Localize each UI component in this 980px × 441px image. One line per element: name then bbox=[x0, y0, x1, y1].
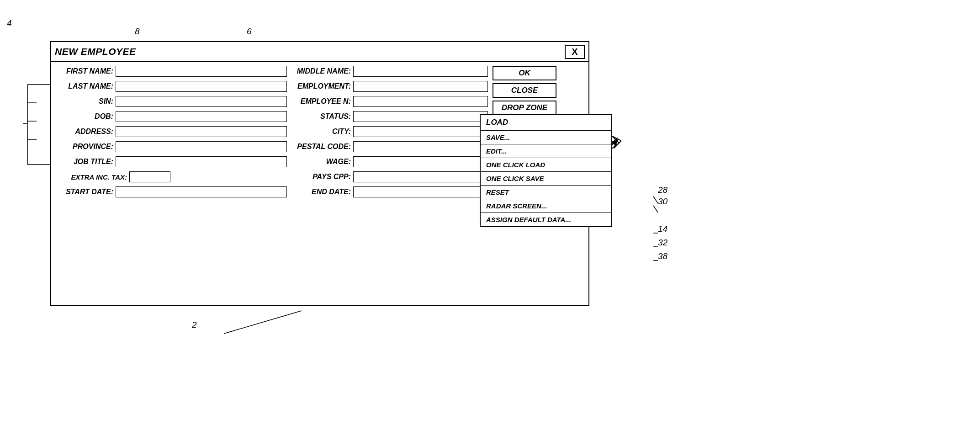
city-label: CITY: bbox=[291, 128, 351, 136]
form-title-bar: NEW EMPLOYEE X bbox=[51, 42, 588, 62]
sin-row: SIN: bbox=[54, 96, 287, 107]
form-right-column: MIDDLE NAME: EMPLOYMENT: EMPLOYEE N: STA… bbox=[291, 66, 493, 202]
end-date-row: END DATE: bbox=[291, 186, 488, 197]
employment-label: EMPLOYMENT: bbox=[291, 82, 351, 90]
address-row: ADDRESS: bbox=[54, 126, 287, 137]
ann-30: 30 bbox=[658, 197, 667, 207]
pestal-code-row: PESTAL CODE: bbox=[291, 141, 488, 152]
outer-container: 8 6 10 12 4 2 28 30 14 32 38 NEW EMPLOYE… bbox=[23, 23, 731, 343]
middle-name-label: MIDDLE NAME: bbox=[291, 67, 351, 75]
close-button[interactable]: CLOSE bbox=[493, 83, 556, 98]
diagram-layout: 8 6 10 12 4 2 28 30 14 32 38 NEW EMPLOYE… bbox=[23, 23, 980, 343]
ann-2: 2 bbox=[192, 320, 197, 330]
city-input[interactable] bbox=[353, 126, 488, 137]
employee-n-input[interactable] bbox=[353, 96, 488, 107]
last-name-label: LAST NAME: bbox=[54, 82, 113, 90]
start-date-label: START DATE: bbox=[54, 188, 113, 196]
dropdown-menu-panel: LOAD SAVE... EDIT... ONE CLICK LOAD ONE … bbox=[480, 114, 612, 227]
dropdown-edit-item[interactable]: EDIT... bbox=[481, 144, 611, 158]
middle-name-input[interactable] bbox=[353, 66, 488, 77]
dropdown-save-item[interactable]: SAVE... bbox=[481, 131, 611, 144]
status-label: STATUS: bbox=[291, 112, 351, 121]
close-x-button[interactable]: X bbox=[565, 45, 585, 59]
start-date-row: START DATE: bbox=[54, 186, 287, 197]
start-date-input[interactable] bbox=[116, 186, 287, 197]
address-input[interactable] bbox=[116, 126, 287, 137]
city-row: CITY: bbox=[291, 126, 488, 137]
wage-row: WAGE: bbox=[291, 156, 488, 167]
extra-inc-tax-input[interactable] bbox=[129, 171, 170, 182]
address-label: ADDRESS: bbox=[54, 128, 113, 136]
wage-input[interactable] bbox=[353, 156, 488, 167]
dob-row: DOB: bbox=[54, 111, 287, 122]
last-name-row: LAST NAME: bbox=[54, 81, 287, 92]
province-input[interactable] bbox=[116, 141, 287, 152]
svg-line-15 bbox=[653, 197, 658, 203]
province-row: PROVINCE: bbox=[54, 141, 287, 152]
pestal-code-label: PESTAL CODE: bbox=[291, 143, 351, 151]
employee-n-row: EMPLOYEE N: bbox=[291, 96, 488, 107]
ok-button[interactable]: OK bbox=[493, 66, 556, 80]
wage-label: WAGE: bbox=[291, 158, 351, 166]
last-name-input[interactable] bbox=[116, 81, 287, 92]
pays-cpp-label: PAYS CPP: bbox=[291, 173, 351, 181]
drop-zone-button[interactable]: DROP ZONE bbox=[493, 101, 556, 115]
status-row: STATUS: bbox=[291, 111, 488, 122]
job-title-input[interactable] bbox=[116, 156, 287, 167]
dropdown-one-click-save-item[interactable]: ONE CLICK SAVE bbox=[481, 172, 611, 186]
sin-input[interactable] bbox=[116, 96, 287, 107]
employment-row: EMPLOYMENT: bbox=[291, 81, 488, 92]
status-input[interactable] bbox=[353, 111, 488, 122]
province-label: PROVINCE: bbox=[54, 143, 113, 151]
dropdown-one-click-load-item[interactable]: ONE CLICK LOAD bbox=[481, 158, 611, 172]
form-left-column: FIRST NAME: LAST NAME: SIN: DOB: bbox=[54, 66, 291, 202]
pays-cpp-row: PAYS CPP: bbox=[291, 171, 488, 182]
first-name-row: FIRST NAME: bbox=[54, 66, 287, 77]
job-title-label: JOB TITLE: bbox=[54, 158, 113, 166]
svg-line-0 bbox=[224, 311, 302, 334]
dob-input[interactable] bbox=[116, 111, 287, 122]
ann-32: 32 bbox=[658, 238, 667, 248]
sin-label: SIN: bbox=[54, 97, 113, 106]
ann-4-label: 4 bbox=[7, 18, 12, 28]
svg-line-16 bbox=[653, 206, 658, 213]
end-date-label: END DATE: bbox=[291, 188, 351, 196]
ann-14: 14 bbox=[658, 224, 667, 234]
employee-n-label: EMPLOYEE N: bbox=[291, 97, 351, 106]
dob-label: DOB: bbox=[54, 112, 113, 121]
dropdown-load-item[interactable]: LOAD bbox=[481, 115, 611, 131]
extra-inc-tax-label: EXTRA INC. TAX: bbox=[54, 173, 127, 181]
employment-input[interactable] bbox=[353, 81, 488, 92]
job-title-row: JOB TITLE: bbox=[54, 156, 287, 167]
form-title: NEW EMPLOYEE bbox=[55, 46, 136, 57]
end-date-input[interactable] bbox=[353, 186, 488, 197]
ann-38: 38 bbox=[658, 251, 667, 261]
pays-cpp-input[interactable] bbox=[353, 171, 488, 182]
middle-name-row: MIDDLE NAME: bbox=[291, 66, 488, 77]
ann-6: 6 bbox=[247, 27, 252, 37]
dropdown-reset-item[interactable]: RESET bbox=[481, 186, 611, 199]
first-name-label: FIRST NAME: bbox=[54, 67, 113, 75]
dropdown-radar-screen-item[interactable]: RADAR SCREEN... bbox=[481, 199, 611, 213]
extra-inc-tax-row: EXTRA INC. TAX: bbox=[54, 171, 287, 182]
dropdown-assign-default-data-item[interactable]: ASSIGN DEFAULT DATA... bbox=[481, 213, 611, 226]
ann-28: 28 bbox=[658, 185, 667, 195]
first-name-input[interactable] bbox=[116, 66, 287, 77]
pestal-code-input[interactable] bbox=[353, 141, 488, 152]
ann-8: 8 bbox=[135, 27, 140, 37]
